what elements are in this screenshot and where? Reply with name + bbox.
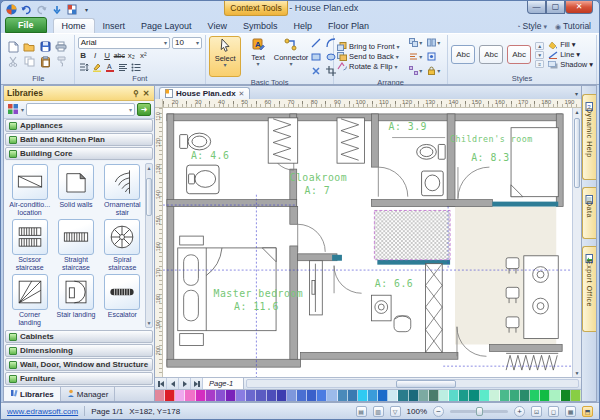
- center-button[interactable]: [427, 50, 444, 63]
- color-swatch[interactable]: [561, 390, 571, 401]
- color-swatch[interactable]: [348, 390, 358, 401]
- close-panel-icon[interactable]: ✕: [141, 89, 151, 98]
- stencil-straight-staircase[interactable]: Straight staircase: [54, 219, 97, 272]
- color-swatch[interactable]: [510, 390, 520, 401]
- wardrobe-icon[interactable]: [268, 118, 364, 163]
- room-label-bath2[interactable]: A: 3.9: [389, 121, 427, 132]
- section-furniture[interactable]: Furniture: [5, 372, 153, 385]
- context-tools-tab[interactable]: Context Tools: [224, 1, 288, 16]
- toilet-icon[interactable]: [180, 133, 211, 150]
- room-label-cloakroom[interactable]: Cloakroom: [290, 172, 348, 183]
- stencil-solid-walls[interactable]: Solid walls: [54, 164, 97, 217]
- color-swatch[interactable]: [206, 390, 216, 401]
- chair-icon[interactable]: [394, 316, 411, 332]
- room-label-master[interactable]: Master bedroom: [214, 288, 304, 299]
- undo-button[interactable]: [20, 4, 33, 16]
- toilet2-icon[interactable]: [417, 144, 446, 159]
- color-swatch[interactable]: [277, 390, 287, 401]
- stencil-scrollbar[interactable]: ▲ ▼: [145, 163, 153, 328]
- right-tab-data[interactable]: Data: [582, 187, 596, 239]
- color-swatch[interactable]: [155, 390, 165, 401]
- stencil-tile[interactable]: [104, 219, 140, 255]
- color-swatch[interactable]: [327, 390, 337, 401]
- room-label-children-area[interactable]: A: 8.3: [471, 152, 509, 163]
- section-dimensioning[interactable]: Dimensioning: [5, 344, 153, 357]
- color-swatch[interactable]: [469, 390, 479, 401]
- style-preview-3[interactable]: Abc: [507, 45, 531, 64]
- normal-view-button[interactable]: ▤: [356, 406, 367, 417]
- format-painter-button[interactable]: [54, 55, 68, 68]
- color-swatch[interactable]: [185, 390, 195, 401]
- color-swatch[interactable]: [550, 390, 560, 401]
- color-swatch[interactable]: [287, 390, 297, 401]
- x-button[interactable]: x²: [138, 50, 149, 61]
- footer-tab-libraries[interactable]: Libraries: [4, 387, 61, 401]
- stencil-scroll-thumb[interactable]: [146, 178, 152, 216]
- pan-button[interactable]: ◻: [548, 406, 559, 417]
- bring-to-front-button[interactable]: Bring to Front▾: [337, 42, 407, 51]
- color-swatch[interactable]: [236, 390, 246, 401]
- section-bath-and-kitchen-plan[interactable]: Bath and Kitchen Plan: [5, 133, 153, 146]
- color-swatch[interactable]: [429, 390, 439, 401]
- footer-tab-manager[interactable]: Manager: [61, 387, 116, 401]
- gallery-more-button[interactable]: ≡: [535, 60, 544, 68]
- color-swatch[interactable]: [368, 390, 378, 401]
- font-name-combo[interactable]: Arial▾: [78, 37, 170, 49]
- color-swatch[interactable]: [520, 390, 530, 401]
- update-arrow-button[interactable]: [50, 4, 63, 16]
- stencil-tile[interactable]: [58, 274, 94, 310]
- page-tab[interactable]: Page-1: [203, 378, 244, 389]
- room-label-bath1[interactable]: A: 4.6: [191, 150, 229, 161]
- desk-icon[interactable]: [371, 295, 391, 321]
- stencil-stair-landing[interactable]: Stair landing: [54, 274, 97, 327]
- color-swatch[interactable]: [439, 390, 449, 401]
- paste-button[interactable]: [38, 55, 52, 68]
- color-swatch[interactable]: [317, 390, 327, 401]
- document-tool-button[interactable]: [65, 4, 78, 16]
- prev-page-button[interactable]: [167, 378, 179, 389]
- new-document-button[interactable]: [6, 40, 20, 53]
- connector-tool-button[interactable]: Connector▾: [275, 36, 307, 77]
- page-view-button[interactable]: ▥: [373, 406, 384, 417]
- font-size-combo[interactable]: 10▾: [172, 37, 202, 49]
- stencil-air-conditio-location[interactable]: Air-conditio... location: [8, 164, 51, 217]
- zoom-in-button[interactable]: +: [514, 406, 525, 417]
- send-to-back-button[interactable]: Send to Back▾: [337, 52, 407, 61]
- style-menu[interactable]: ◔ Style ▾: [516, 21, 547, 31]
- zoom-slider[interactable]: [450, 410, 508, 413]
- tab-file[interactable]: File: [5, 17, 47, 33]
- group-button[interactable]: ▾: [409, 36, 426, 49]
- abc-button[interactable]: abc: [114, 50, 125, 61]
- stencil-spiral-staircase[interactable]: Spiral staircase: [101, 219, 144, 272]
- last-page-button[interactable]: [191, 378, 203, 389]
- canvas[interactable]: A: 4.6 Cloakroom A: 7 A: 3.9 Children's …: [163, 108, 572, 377]
- color-swatch[interactable]: [449, 390, 459, 401]
- sink2-icon[interactable]: [422, 171, 444, 196]
- font-color-button[interactable]: A: [104, 62, 116, 73]
- select-tool-button[interactable]: Select▾: [209, 36, 241, 77]
- kitchen-counter-icon[interactable]: [524, 256, 558, 339]
- delete-tool-button[interactable]: [309, 64, 323, 77]
- line-button[interactable]: Line▾: [548, 50, 593, 59]
- color-swatch[interactable]: [246, 390, 256, 401]
- stencil-scissor-staircase[interactable]: Scissor staircase: [8, 219, 51, 272]
- fit-page-button[interactable]: ⊡: [531, 406, 542, 417]
- tutorial-menu[interactable]: ◉ Tutorial: [555, 21, 591, 31]
- h-scrollbar[interactable]: [246, 379, 579, 388]
- right-tab-dynamic-help[interactable]: ?Dynamic Help: [582, 94, 596, 180]
- color-swatch[interactable]: [307, 390, 317, 401]
- color-swatch[interactable]: [358, 390, 368, 401]
- line-spacing-button[interactable]: [78, 62, 90, 73]
- room-label-cloakroom-area[interactable]: A: 7: [305, 185, 331, 196]
- library-menu-icon[interactable]: [7, 101, 19, 119]
- stencil-tile[interactable]: [104, 164, 140, 200]
- stencil-escalator[interactable]: Escalator: [101, 274, 144, 327]
- stencil-tile[interactable]: [58, 164, 94, 200]
- line-tool-button[interactable]: [309, 36, 323, 49]
- u-button[interactable]: U: [102, 50, 113, 61]
- x-button[interactable]: x₂: [126, 50, 137, 61]
- hatched-area[interactable]: [374, 210, 450, 259]
- tab-floor-plan[interactable]: Floor Plan: [320, 19, 377, 33]
- stencil-corner-landing[interactable]: Corner landing: [8, 274, 51, 327]
- cut-button[interactable]: [6, 55, 20, 68]
